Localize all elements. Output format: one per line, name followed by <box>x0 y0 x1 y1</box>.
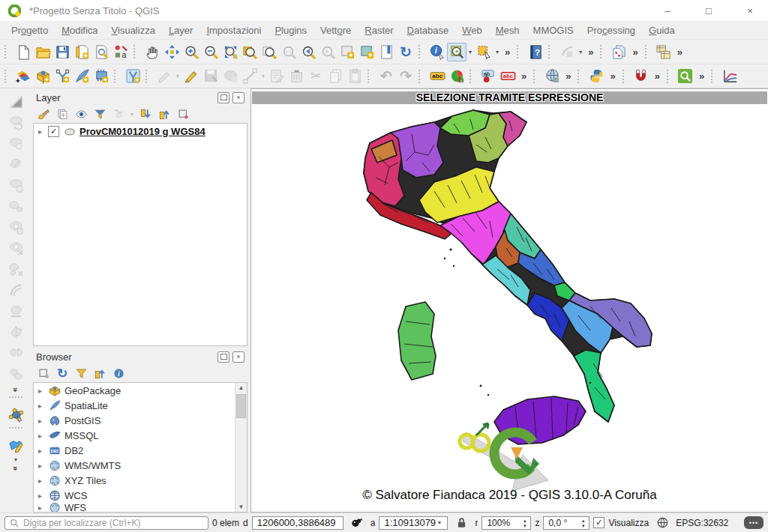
spin-up-icon[interactable]: ▴ <box>582 518 585 523</box>
scrollbar-thumb[interactable] <box>236 394 246 418</box>
toolbar-grip[interactable] <box>517 45 524 58</box>
offset-curve-icon[interactable] <box>5 280 26 300</box>
extents-toggle-icon[interactable] <box>347 513 367 532</box>
browser-item-geopackage[interactable]: ▸ GeoPackage <box>34 383 247 398</box>
select-features-icon[interactable] <box>474 43 494 61</box>
scroll-up-arrow[interactable]: ▲ <box>238 383 244 393</box>
snapping-magnet-icon[interactable] <box>632 67 651 85</box>
toolbar-grip[interactable] <box>9 396 22 402</box>
browser-scrollbar[interactable]: ▲ ▼ <box>235 383 247 512</box>
menu-processing[interactable]: Processing <box>580 25 642 36</box>
delete-part-icon[interactable] <box>5 259 26 279</box>
save-project-icon[interactable] <box>52 43 72 61</box>
cad-tools-icon[interactable] <box>5 91 26 112</box>
add-group-icon[interactable] <box>53 106 71 122</box>
menu-plugins[interactable]: Plugins <box>268 25 314 36</box>
layer-panel-header[interactable]: Layer × <box>33 90 248 105</box>
locator-search-input[interactable]: Digita per localizzare (Ctrl+K) <box>4 516 208 530</box>
move-feature-icon[interactable] <box>5 112 26 133</box>
layer-panel-float-button[interactable] <box>218 92 230 103</box>
menu-progetto[interactable]: Progetto <box>4 25 55 36</box>
new-project-icon[interactable] <box>14 43 33 61</box>
new-virtual-layer-icon[interactable] <box>92 67 111 85</box>
expander-icon[interactable]: ▸ <box>38 417 44 425</box>
new-geopackage-layer-icon[interactable] <box>33 67 52 85</box>
help-icon[interactable]: ? <box>526 43 545 61</box>
scroll-down-arrow[interactable]: ▼ <box>238 502 244 512</box>
add-ring-icon[interactable] <box>5 175 26 196</box>
bookmarks-icon[interactable] <box>376 43 396 61</box>
browser-filter-icon[interactable] <box>72 365 90 381</box>
zoom-next-icon[interactable] <box>318 43 338 61</box>
zoom-in-icon[interactable] <box>182 43 201 61</box>
toolbar-overflow[interactable]: » <box>651 70 664 82</box>
expander-icon[interactable]: ▸ <box>38 402 44 410</box>
redo-icon[interactable]: ↷ <box>396 67 416 85</box>
menu-vettore[interactable]: Vettore <box>314 25 358 36</box>
layer-tree-item[interactable]: ▸ ✓ ProvCM01012019 g WGS84 <box>34 124 247 139</box>
new-shapefile-big-icon[interactable] <box>123 67 142 85</box>
db-manager-icon[interactable] <box>654 43 674 61</box>
undo-icon[interactable]: ↶ <box>376 67 396 85</box>
menu-mesh[interactable]: Mesh <box>489 25 526 36</box>
diagram-options-icon[interactable] <box>447 67 466 85</box>
toolbar-overflow[interactable]: » <box>518 70 530 82</box>
copy-layer-icon[interactable] <box>609 43 628 61</box>
cut-features-icon[interactable]: ✂ <box>306 67 326 85</box>
filter-expression-dropdown[interactable]: ▾ <box>128 111 136 118</box>
layer-tree[interactable]: ▸ ✓ ProvCM01012019 g WGS84 <box>33 123 248 346</box>
coordinate-input[interactable]: 1206000,3886489 <box>252 516 344 530</box>
zoom-full-icon[interactable] <box>220 43 240 61</box>
labeling-options-icon[interactable]: abc <box>428 67 447 85</box>
new-map-view-icon[interactable] <box>338 43 357 61</box>
crs-globe-icon[interactable] <box>652 513 672 532</box>
split-parts-icon[interactable] <box>5 343 26 363</box>
filter-by-expression-icon[interactable] <box>110 106 128 122</box>
toolbar-grip[interactable] <box>622 70 629 83</box>
lock-scale-icon[interactable] <box>452 513 471 532</box>
open-project-icon[interactable] <box>33 43 52 61</box>
browser-refresh-icon[interactable]: ↻ <box>53 365 71 381</box>
vertex-editor-icon[interactable] <box>5 405 26 425</box>
toolbar-more-chevron[interactable]: » <box>11 387 20 392</box>
toolbar-grip[interactable] <box>667 70 674 83</box>
reshape-features-icon[interactable] <box>5 301 26 321</box>
menu-mmogis[interactable]: MMOGIS <box>526 25 580 36</box>
browser-item-wfs[interactable]: ▸ WFS <box>34 503 247 512</box>
layout-manager-icon[interactable] <box>92 43 111 61</box>
toolbar-overflow[interactable]: » <box>606 70 619 82</box>
menu-visualizza[interactable]: Visualizza <box>105 25 162 36</box>
copy-features-icon[interactable] <box>326 67 345 85</box>
highlight-labels-icon[interactable]: abc <box>498 67 518 85</box>
simplify-feature-icon[interactable] <box>5 154 26 175</box>
expand-all-icon[interactable] <box>136 106 154 122</box>
save-edits-icon[interactable] <box>201 67 220 85</box>
toolbar-overflow[interactable]: » <box>674 46 686 58</box>
browser-item-wcs[interactable]: ▸ WCS <box>34 488 247 503</box>
toolbar-grip[interactable] <box>4 70 11 83</box>
browser-item-db2[interactable]: ▸ DB2 DB2 <box>34 443 247 458</box>
toolbar-grip[interactable] <box>134 45 140 58</box>
toolbar-overflow[interactable]: » <box>628 46 641 58</box>
browser-collapse-all-icon[interactable] <box>91 365 109 381</box>
spin-up-icon[interactable]: ▴ <box>524 518 526 523</box>
close-button[interactable]: × <box>732 0 768 21</box>
spinner-arrows[interactable]: ▴▾ <box>524 518 526 528</box>
modify-attributes-icon[interactable] <box>267 67 286 85</box>
zoom-out-icon[interactable] <box>201 43 220 61</box>
select-by-expression-icon[interactable] <box>447 43 466 61</box>
toolbar-grip[interactable] <box>533 70 540 83</box>
spin-down-icon[interactable]: ▾ <box>524 523 526 528</box>
expander-icon[interactable]: ▸ <box>38 127 44 136</box>
merge-features-icon[interactable] <box>5 364 26 384</box>
toolbar-grip[interactable] <box>418 45 425 58</box>
split-features-icon[interactable] <box>5 322 26 342</box>
vertex-tool-dropdown[interactable]: ▾ <box>260 73 267 79</box>
zoom-last-icon[interactable] <box>298 43 318 61</box>
paste-features-icon[interactable] <box>345 67 364 85</box>
toolbar-grip[interactable] <box>4 45 11 58</box>
spin-down-icon[interactable]: ▾ <box>582 523 585 528</box>
toggle-editing-icon[interactable] <box>182 67 201 85</box>
fill-ring-icon[interactable] <box>5 217 26 238</box>
collapse-all-icon[interactable] <box>155 106 173 122</box>
